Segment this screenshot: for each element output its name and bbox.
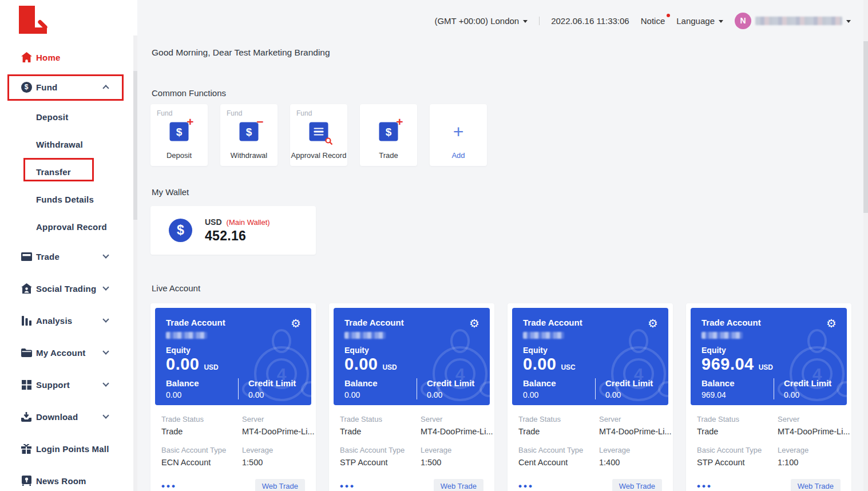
withdrawal-icon: $− [240, 122, 259, 141]
web-trade-button[interactable]: Web Trade [612, 479, 662, 491]
home-icon [21, 52, 32, 63]
function-label: Trade [360, 151, 417, 160]
social-trading-icon [21, 283, 32, 294]
more-actions-button[interactable]: ••• [161, 481, 177, 491]
doo-prime-logo[interactable] [19, 6, 47, 34]
notice-button[interactable]: Notice [641, 16, 665, 26]
dollar-icon: $ [169, 219, 192, 242]
folder-icon [21, 347, 32, 358]
account-summary-panel: Trade Account ⚙ Equity 969.04 USD Balanc… [691, 308, 847, 405]
gear-icon[interactable]: ⚙ [469, 318, 479, 329]
sidebar-item-funds-details[interactable]: Funds Details [0, 185, 133, 213]
credit-limit-label: Credit Limit [248, 378, 301, 388]
wallet-balance: 452.16 [205, 228, 270, 244]
sidebar-item-label: Support [36, 380, 70, 390]
chevron-down-icon [102, 316, 109, 322]
caret-down-icon [719, 20, 723, 23]
credit-limit-value: 0.00 [248, 390, 301, 399]
function-card-deposit[interactable]: Fund $+ Deposit [150, 104, 208, 166]
account-type-label: Basic Account Type [518, 446, 599, 454]
function-category: Fund [157, 109, 172, 117]
sidebar-item-label: Fund [36, 82, 57, 92]
approval-record-icon [310, 122, 328, 141]
fund-icon: $ [21, 81, 32, 93]
leverage-label: Leverage [778, 446, 841, 454]
gear-icon[interactable]: ⚙ [826, 318, 837, 329]
equity-value: 0.00 [166, 355, 199, 374]
sidebar-item-label: Funds Details [36, 195, 94, 204]
wallet-tag: (Main Wallet) [227, 218, 270, 227]
notice-badge-dot [667, 14, 670, 17]
account-number-redacted [701, 332, 743, 339]
leverage-label: Leverage [242, 446, 305, 454]
more-actions-button[interactable]: ••• [518, 481, 534, 491]
function-label: Add [430, 151, 487, 160]
equity-value: 0.00 [344, 355, 378, 374]
sidebar-item-label: News Room [36, 476, 86, 486]
wallet-card[interactable]: $ USD (Main Wallet) 452.16 [150, 206, 316, 255]
gear-icon[interactable]: ⚙ [648, 318, 658, 329]
more-actions-button[interactable]: ••• [340, 481, 355, 491]
sidebar-item-analysis[interactable]: Analysis [0, 304, 133, 336]
sidebar-item-approval-record[interactable]: Approval Record [0, 213, 133, 240]
trade-status-label: Trade Status [697, 415, 778, 423]
sidebar-item-fund[interactable]: $ Fund [0, 71, 133, 103]
user-menu[interactable]: N [735, 13, 851, 29]
account-type-value: Cent Account [518, 458, 599, 467]
sidebar-item-download[interactable]: Download [0, 401, 133, 433]
gear-icon[interactable]: ⚙ [291, 318, 301, 329]
leverage-label: Leverage [599, 446, 662, 454]
page-scrollbar-thumb[interactable] [863, 41, 868, 213]
more-actions-button[interactable]: ••• [697, 481, 712, 491]
credit-limit-label: Credit Limit [605, 378, 658, 388]
sidebar-item-deposit[interactable]: Deposit [0, 103, 133, 130]
language-selector[interactable]: Language [676, 16, 723, 26]
function-card-approval-record[interactable]: Fund Approval Record [290, 104, 347, 166]
sidebar-item-my-account[interactable]: My Account [0, 336, 133, 369]
account-type-value: ECN Account [161, 458, 242, 467]
minus-badge-icon: − [256, 116, 263, 128]
sidebar-item-login-points-mall[interactable]: Login Points Mall [0, 433, 133, 465]
leverage-value: 1:500 [242, 458, 305, 467]
topbar-divider [539, 17, 540, 25]
analysis-icon [21, 315, 32, 326]
topbar: (GMT +00:00) London 2022.06.16 11:33:06 … [137, 0, 860, 41]
equity-currency: USD [204, 363, 218, 371]
web-trade-button[interactable]: Web Trade [434, 479, 483, 491]
support-icon [21, 379, 32, 390]
timezone-label: (GMT +00:00) London [434, 16, 519, 26]
sidebar-item-social-trading[interactable]: Social Trading [0, 272, 133, 304]
wallet-info: USD (Main Wallet) 452.16 [205, 217, 270, 244]
timezone-selector[interactable]: (GMT +00:00) London [434, 16, 528, 26]
greeting-text: Good Morning, Dear Test Marketing Brandi… [152, 47, 330, 58]
account-card: Trade Account ⚙ Equity 0.00 USC Balance … [508, 303, 673, 491]
account-type-value: STP Account [697, 458, 778, 467]
function-card-add[interactable]: + Add [430, 104, 487, 166]
page-scrollbar[interactable] [863, 0, 868, 491]
sidebar-item-transfer[interactable]: Transfer [0, 158, 133, 185]
sidebar-item-support[interactable]: Support [0, 369, 133, 401]
sidebar-scrollbar-thumb[interactable] [133, 71, 137, 220]
sidebar-item-trade[interactable]: Trade [0, 240, 133, 272]
function-card-withdrawal[interactable]: Fund $− Withdrawal [220, 104, 278, 166]
function-category: Fund [227, 109, 242, 117]
server-value: MT4-DooPrime-Li... [599, 427, 672, 436]
sidebar-item-withdrawal[interactable]: Withdrawal [0, 130, 133, 158]
trade-status-label: Trade Status [518, 415, 599, 423]
sidebar-scrollbar[interactable] [133, 35, 137, 491]
sidebar-item-home[interactable]: Home [0, 43, 133, 71]
web-trade-button[interactable]: Web Trade [255, 479, 305, 491]
trade-status-value: Trade [161, 427, 242, 436]
trade-account-title: Trade Account [166, 318, 225, 327]
sidebar-item-news-room[interactable]: News Room [0, 465, 133, 491]
account-details: Trade Status Trade Server MT4-DooPrime-L… [508, 415, 673, 491]
account-summary-panel: Trade Account ⚙ Equity 0.00 USC Balance … [512, 308, 668, 405]
account-type-label: Basic Account Type [161, 446, 242, 454]
trade-status-label: Trade Status [340, 415, 421, 423]
datetime-label: 2022.06.16 11:33:06 [551, 16, 629, 26]
function-card-trade[interactable]: $+ Trade [360, 104, 417, 166]
credit-limit-label: Credit Limit [427, 378, 479, 388]
account-details: Trade Status Trade Server MT4-DooPrime-L… [329, 415, 494, 491]
web-trade-button[interactable]: Web Trade [791, 479, 841, 491]
balance-value: 969.04 [701, 390, 774, 399]
